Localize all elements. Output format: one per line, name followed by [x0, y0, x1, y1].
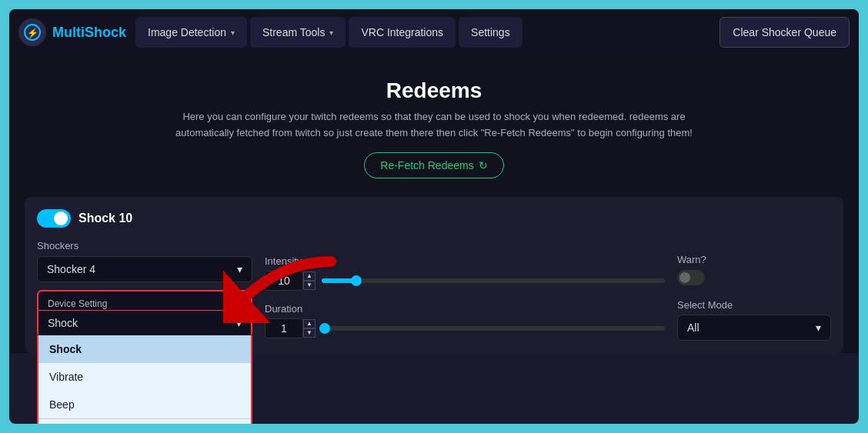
image-detection-caret-icon: ▾	[231, 28, 235, 37]
duration-label: Duration	[265, 303, 302, 315]
dropdown-item-shock20[interactable]: Shock 20	[38, 418, 251, 424]
select-mode-label: Select Mode	[677, 299, 733, 311]
shocker-caret-icon: ▾	[237, 263, 242, 275]
shockers-group: Shockers Shocker 4 ▾	[37, 240, 252, 282]
logo-icon: ⚡	[18, 18, 46, 46]
duration-up-btn[interactable]: ▲	[303, 319, 315, 328]
shock-toggle-label: Shock 10	[78, 212, 132, 225]
right-controls: Warn? Select Mode All ▾	[677, 240, 831, 341]
intensity-spinners: ▲ ▼	[303, 271, 315, 290]
intensity-input-wrapper: ▲ ▼	[265, 271, 315, 291]
svg-text:⚡: ⚡	[27, 27, 38, 38]
intensity-up-btn[interactable]: ▲	[303, 271, 315, 281]
device-dropdown-menu: Shock Vibrate Beep Shock 20	[37, 335, 252, 424]
duration-spinners: ▲ ▼	[303, 319, 315, 338]
vrc-integrations-btn[interactable]: VRC Integrations	[349, 17, 456, 48]
refresh-icon: ↻	[479, 159, 488, 172]
settings-btn[interactable]: Settings	[459, 17, 522, 48]
page-description: Here you can configure your twitch redee…	[165, 109, 703, 142]
select-mode-group: Select Mode All ▾	[677, 298, 831, 341]
intensity-down-btn[interactable]: ▼	[303, 281, 315, 290]
shocker-select[interactable]: Shocker 4 ▾	[37, 256, 252, 282]
shock-toggle[interactable]	[37, 209, 71, 228]
duration-input-wrapper: ▲ ▼	[265, 318, 315, 338]
device-setting-select[interactable]: Shock ▾	[38, 310, 251, 335]
dropdown-item-shock[interactable]: Shock	[38, 335, 251, 363]
mode-caret-icon: ▾	[816, 321, 821, 334]
select-mode-select[interactable]: All ▾	[677, 315, 831, 341]
refetch-redeems-btn[interactable]: Re-Fetch Redeems ↻	[364, 152, 503, 178]
shockers-label: Shockers	[37, 240, 252, 251]
device-setting-group: Device Setting Shock ▾ Shock Vibrate Bee…	[37, 290, 252, 337]
logo-suffix: Shock	[85, 25, 126, 40]
duration-down-btn[interactable]: ▼	[303, 328, 315, 338]
intensity-label: Intensity	[265, 255, 302, 267]
device-caret-icon: ▾	[236, 317, 242, 329]
stream-tools-btn[interactable]: Stream Tools ▾	[250, 17, 346, 48]
clear-shocker-queue-btn[interactable]: Clear Shocker Queue	[719, 17, 850, 48]
intensity-slider-track[interactable]	[322, 278, 665, 283]
slider-controls: Intensity ▲ ▼	[265, 240, 665, 338]
navbar: ⚡ MultiShock Image Detection ▾ Stream To…	[9, 9, 859, 55]
main-content: Redeems Here you can configure your twit…	[9, 55, 859, 353]
page-title-section: Redeems Here you can configure your twit…	[25, 71, 843, 194]
warn-label: Warn?	[677, 254, 831, 265]
duration-group: Duration ▲ ▼	[265, 301, 665, 338]
image-detection-btn[interactable]: Image Detection ▾	[135, 17, 247, 48]
intensity-input[interactable]	[265, 271, 303, 291]
dropdown-item-beep[interactable]: Beep	[38, 391, 251, 418]
warn-group: Warn?	[677, 254, 831, 285]
warn-toggle[interactable]	[677, 270, 705, 285]
duration-input[interactable]	[265, 318, 303, 338]
dropdown-item-vibrate[interactable]: Vibrate	[38, 363, 251, 391]
duration-slider-track[interactable]	[322, 326, 665, 331]
toggle-row: Shock 10	[37, 209, 831, 228]
page-title: Redeems	[25, 78, 843, 103]
redeem-card: Shock 10 Shockers Shocker 4 ▾	[25, 197, 843, 353]
logo-prefix: Multi	[52, 25, 85, 40]
app-logo: ⚡ MultiShock	[18, 18, 126, 46]
device-setting-label: Device Setting	[48, 298, 107, 309]
intensity-group: Intensity ▲ ▼	[265, 254, 665, 291]
stream-tools-caret-icon: ▾	[329, 28, 333, 37]
